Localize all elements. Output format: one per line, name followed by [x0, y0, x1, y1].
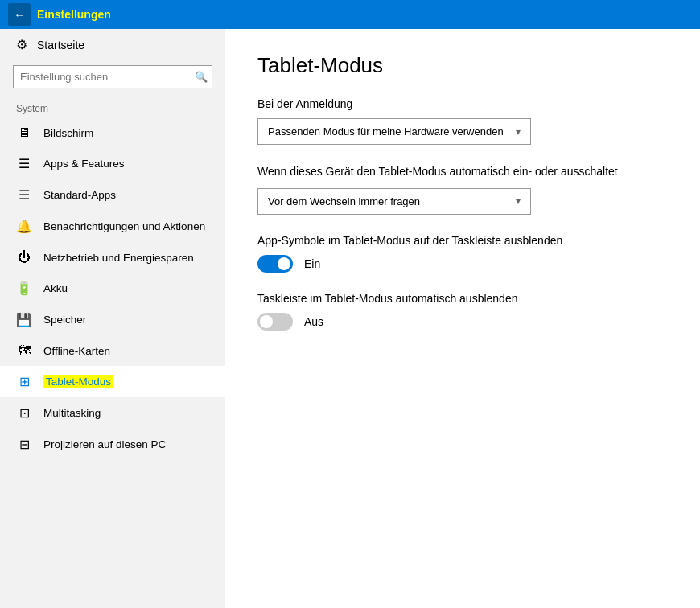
sidebar-label-standard-apps: Standard-Apps: [43, 189, 116, 201]
sidebar-label-netzbetrieb: Netzbetrieb und Energiesparen: [43, 252, 194, 264]
sidebar-label-speicher: Speicher: [43, 314, 86, 326]
sidebar-item-multitasking[interactable]: ⊡ Multitasking: [0, 397, 225, 429]
sidebar-item-offline-karten[interactable]: 🗺 Offline-Karten: [0, 335, 225, 366]
dropdown1-label: Bei der Anmeldung: [257, 97, 668, 110]
dropdown2-label: Wenn dieses Gerät den Tablet-Modus autom…: [257, 164, 668, 180]
sidebar-label-bildschirm: Bildschirm: [43, 127, 93, 139]
standard-apps-icon: ☰: [16, 187, 32, 203]
home-icon: ⚙: [16, 37, 27, 52]
toggle1-row: Ein: [257, 255, 668, 273]
toggle2-text: Aus: [304, 315, 323, 328]
sidebar-item-tablet-modus[interactable]: ⊞ Tablet-Modus: [0, 366, 225, 397]
speicher-icon: 💾: [16, 312, 32, 327]
sidebar-item-home[interactable]: ⚙ Startseite: [0, 29, 225, 60]
tablet-modus-icon: ⊞: [16, 374, 32, 389]
dropdown1-chevron-icon: ▾: [516, 126, 521, 138]
search-input[interactable]: [13, 65, 212, 88]
sidebar-label-tablet-modus: Tablet-Modus: [43, 375, 113, 388]
toggle2-knob: [260, 315, 273, 328]
dropdown1-select[interactable]: Passenden Modus für meine Hardware verwe…: [257, 118, 531, 145]
sidebar-item-projizieren[interactable]: ⊟ Projizieren auf diesen PC: [0, 429, 225, 460]
toggle2-switch[interactable]: [257, 313, 293, 331]
sidebar-item-bildschirm[interactable]: 🖥 Bildschirm: [0, 117, 225, 148]
sidebar-label-apps-features: Apps & Features: [43, 158, 125, 170]
projizieren-icon: ⊟: [16, 437, 32, 452]
section-label: System: [0, 98, 225, 117]
search-container: 🔍: [13, 65, 212, 88]
sidebar-item-speicher[interactable]: 💾 Speicher: [0, 304, 225, 335]
sidebar-label-multitasking: Multitasking: [43, 407, 101, 419]
window-title: Einstellungen: [37, 8, 111, 21]
apps-features-icon: ☰: [16, 156, 32, 171]
dropdown2-group: Wenn dieses Gerät den Tablet-Modus autom…: [257, 164, 668, 215]
back-button[interactable]: ←: [8, 3, 31, 26]
dropdown1-group: Bei der Anmeldung Passenden Modus für me…: [257, 97, 668, 145]
search-button[interactable]: 🔍: [195, 71, 208, 83]
benachrichtigungen-icon: 🔔: [16, 219, 32, 234]
sidebar-label-benachrichtigungen: Benachrichtigungen und Aktionen: [43, 220, 205, 232]
content-area: Tablet-Modus Bei der Anmeldung Passenden…: [225, 29, 700, 608]
dropdown2-value: Vor dem Wechseln immer fragen: [268, 195, 420, 207]
multitasking-icon: ⊡: [16, 405, 32, 421]
dropdown1-value: Passenden Modus für meine Hardware verwe…: [268, 125, 504, 138]
toggle1-label: App-Symbole im Tablet-Modus auf der Task…: [257, 234, 668, 247]
akku-icon: 🔋: [16, 281, 32, 296]
dropdown2-select[interactable]: Vor dem Wechseln immer fragen ▾: [257, 188, 531, 215]
offline-karten-icon: 🗺: [16, 343, 32, 358]
toggle2-label: Taskleiste im Tablet-Modus automatisch a…: [257, 292, 668, 305]
sidebar-item-apps-features[interactable]: ☰ Apps & Features: [0, 148, 225, 179]
sidebar-item-benachrichtigungen[interactable]: 🔔 Benachrichtigungen und Aktionen: [0, 211, 225, 242]
toggle1-knob: [278, 257, 290, 270]
toggle1-text: Ein: [304, 257, 320, 270]
sidebar-item-akku[interactable]: 🔋 Akku: [0, 273, 225, 304]
main-container: ⚙ Startseite 🔍 System 🖥 Bildschirm ☰ App…: [0, 29, 700, 608]
page-title: Tablet-Modus: [257, 53, 668, 78]
toggle2-row: Aus: [257, 313, 668, 331]
title-bar: ← Einstellungen: [0, 0, 700, 29]
sidebar-label-akku: Akku: [43, 282, 68, 294]
sidebar-item-netzbetrieb[interactable]: ⏻ Netzbetrieb und Energiesparen: [0, 242, 225, 273]
toggle1-switch[interactable]: [257, 255, 293, 273]
toggle2-group: Taskleiste im Tablet-Modus automatisch a…: [257, 292, 668, 331]
netzbetrieb-icon: ⏻: [16, 250, 32, 265]
sidebar-item-standard-apps[interactable]: ☰ Standard-Apps: [0, 179, 225, 211]
dropdown2-chevron-icon: ▾: [516, 195, 521, 207]
sidebar: ⚙ Startseite 🔍 System 🖥 Bildschirm ☰ App…: [0, 29, 225, 608]
bildschirm-icon: 🖥: [16, 125, 32, 140]
sidebar-label-offline-karten: Offline-Karten: [43, 345, 110, 357]
sidebar-label-projizieren: Projizieren auf diesen PC: [43, 438, 166, 450]
toggle1-group: App-Symbole im Tablet-Modus auf der Task…: [257, 234, 668, 273]
home-label: Startseite: [37, 39, 84, 51]
